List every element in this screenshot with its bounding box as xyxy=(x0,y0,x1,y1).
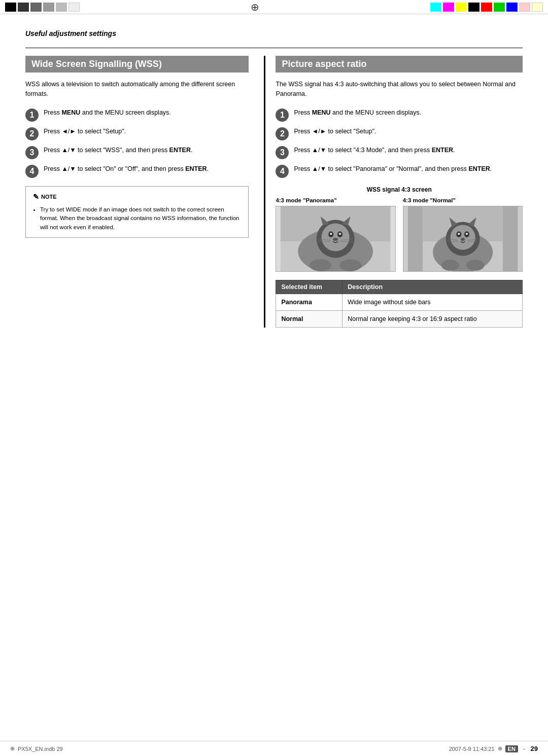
swatch-pink xyxy=(519,3,530,12)
swatch-cyan xyxy=(430,3,441,12)
normal-image-block: 4:3 mode "Normal" xyxy=(403,197,523,272)
wss-step-3: 3 Press ▲/▼ to select "WSS", and then pr… xyxy=(25,146,249,159)
par-step-1: 1 Press MENU and the MENU screen display… xyxy=(276,108,523,122)
wss-step-1: 1 Press MENU and the MENU screen display… xyxy=(25,108,249,122)
two-col-layout: Wide Screen Signalling (WSS) WSS allows … xyxy=(25,56,523,328)
par-intro: The WSS signal has 4:3 auto-switching th… xyxy=(276,80,523,99)
par-step-number-2: 2 xyxy=(276,127,289,140)
wss-signal-title: WSS signal 4:3 screen xyxy=(276,186,523,193)
col-selected-item: Selected item xyxy=(276,280,342,294)
swatch-dark xyxy=(18,3,29,12)
item-panorama: Panorama xyxy=(276,294,342,310)
page-number: 29 xyxy=(531,745,538,752)
note-box: ✎ NOTE Try to set WIDE mode if an image … xyxy=(25,186,249,238)
desc-normal: Normal range keeping 4:3 or 16:9 aspect … xyxy=(342,310,523,327)
svg-point-14 xyxy=(310,259,331,271)
normal-label: 4:3 mode "Normal" xyxy=(403,197,523,203)
step-number-1: 1 xyxy=(25,109,39,122)
wss-step-4-text: Press ▲/▼ to select "On" or "Off", and t… xyxy=(44,164,249,174)
swatch-yellow xyxy=(456,3,467,12)
panorama-image xyxy=(276,206,395,272)
wss-step-3-text: Press ▲/▼ to select "WSS", and then pres… xyxy=(44,146,249,155)
svg-point-15 xyxy=(339,259,361,271)
svg-point-27 xyxy=(461,238,465,241)
note-label: NOTE xyxy=(41,193,57,201)
par-step-2: 2 Press ◄/► to select "Setup". xyxy=(276,127,523,140)
item-normal: Normal xyxy=(276,310,342,327)
par-step-4-text: Press ▲/▼ to select "Panorama" or "Norma… xyxy=(294,164,523,174)
wss-step-2: 2 Press ◄/► to select "Setup". xyxy=(25,127,249,140)
divider-line xyxy=(25,48,523,48)
swatch-red xyxy=(481,3,492,12)
page-heading: Useful adjustment settings xyxy=(25,29,523,38)
par-step-2-text: Press ◄/► to select "Setup". xyxy=(294,127,523,136)
en-badge: EN xyxy=(505,745,518,752)
swatch-black xyxy=(5,3,16,12)
svg-point-32 xyxy=(441,260,459,271)
top-bar: ⊕ xyxy=(0,0,548,14)
wss-section: Wide Screen Signalling (WSS) WSS allows … xyxy=(25,56,264,328)
top-center: ⊕ xyxy=(80,1,430,13)
svg-rect-17 xyxy=(503,206,518,271)
wss-step-1-text: Press MENU and the MENU screen displays. xyxy=(44,108,249,118)
swatch-ltyellow xyxy=(532,3,543,12)
bottom-bar: ⊕ PX5X_EN.indb 29 2007-5-9 11:43:21 ⊕ EN… xyxy=(0,741,548,756)
swatch-black2 xyxy=(468,3,480,12)
swatch-white xyxy=(68,3,80,12)
desc-panorama: Wide image without side bars xyxy=(342,294,523,310)
swatch-magenta xyxy=(443,3,454,12)
col-description: Description xyxy=(342,280,523,294)
description-table: Selected item Description Panorama Wide … xyxy=(276,280,523,328)
swatch-light xyxy=(43,3,54,12)
par-section: Picture aspect ratio The WSS signal has … xyxy=(264,56,523,328)
note-header: ✎ NOTE xyxy=(33,192,241,202)
grayscale-swatches xyxy=(5,3,80,12)
svg-point-22 xyxy=(450,225,475,249)
panorama-images-row: 4:3 mode "Panorama" xyxy=(276,197,523,272)
par-step-3-text: Press ▲/▼ to select "4:3 Mode", and then… xyxy=(294,146,523,155)
par-step-number-4: 4 xyxy=(276,165,289,178)
svg-point-9 xyxy=(333,238,338,241)
footer-compass-left: ⊕ xyxy=(10,745,15,752)
panorama-image-block: 4:3 mode "Panorama" xyxy=(276,197,395,272)
wss-step-2-text: Press ◄/► to select "Setup". xyxy=(44,127,249,136)
swatch-blue xyxy=(506,3,518,12)
par-step-4: 4 Press ▲/▼ to select "Panorama" or "Nor… xyxy=(276,164,523,178)
swatch-green xyxy=(494,3,505,12)
svg-point-4 xyxy=(322,223,350,251)
note-icon: ✎ xyxy=(33,192,39,202)
svg-point-26 xyxy=(466,233,468,235)
compass-icon: ⊕ xyxy=(251,1,259,13)
svg-point-33 xyxy=(466,260,484,271)
footer-date: 2007-5-9 11:43:21 xyxy=(449,746,495,752)
svg-point-7 xyxy=(330,233,332,235)
wss-title: Wide Screen Signalling (WSS) xyxy=(25,56,249,73)
table-row: Normal Normal range keeping 4:3 or 16:9 … xyxy=(276,310,523,327)
step-number-3: 3 xyxy=(25,146,39,159)
step-number-4: 4 xyxy=(25,165,39,178)
color-swatches xyxy=(430,3,543,12)
svg-point-25 xyxy=(458,233,460,235)
svg-rect-16 xyxy=(408,206,423,271)
wss-step-4: 4 Press ▲/▼ to select "On" or "Off", and… xyxy=(25,164,249,178)
step-number-2: 2 xyxy=(25,127,39,140)
par-step-number-3: 3 xyxy=(276,146,289,159)
table-row: Panorama Wide image without side bars xyxy=(276,294,523,310)
footer-right: 2007-5-9 11:43:21 ⊕ EN - 29 xyxy=(449,745,538,753)
svg-point-8 xyxy=(339,233,341,235)
swatch-mid xyxy=(30,3,42,12)
par-step-3: 3 Press ▲/▼ to select "4:3 Mode", and th… xyxy=(276,146,523,159)
table-header-row: Selected item Description xyxy=(276,280,523,294)
wss-intro: WSS allows a television to switch automa… xyxy=(25,80,249,99)
par-step-1-text: Press MENU and the MENU screen displays. xyxy=(294,108,523,118)
main-content: Useful adjustment settings Wide Screen S… xyxy=(0,14,548,358)
panorama-label: 4:3 mode "Panorama" xyxy=(276,197,395,203)
par-title: Picture aspect ratio xyxy=(276,56,523,73)
footer-file: PX5X_EN.indb 29 xyxy=(18,746,63,752)
swatch-lighter xyxy=(56,3,67,12)
footer-left: ⊕ PX5X_EN.indb 29 xyxy=(10,745,63,752)
note-text: Try to set WIDE mode if an image does no… xyxy=(40,205,241,232)
par-step-number-1: 1 xyxy=(276,109,289,122)
normal-image xyxy=(403,206,523,272)
footer-compass-right: ⊕ xyxy=(498,745,502,752)
